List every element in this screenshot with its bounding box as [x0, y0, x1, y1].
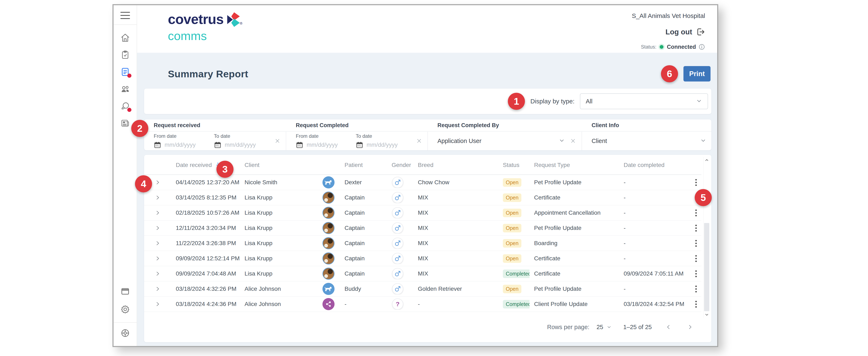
expand-row-button[interactable] — [153, 254, 162, 263]
completed-by-select[interactable]: Application User — [437, 137, 577, 144]
sidebar-item-messages[interactable] — [120, 101, 130, 111]
expand-row-button[interactable] — [153, 193, 162, 202]
sidebar-item-reports-active[interactable] — [120, 67, 130, 77]
brand-name: covetrus — [168, 12, 223, 26]
sidebar-item-home[interactable] — [120, 33, 130, 43]
request-type-cell: Certificate — [529, 194, 619, 201]
previous-page-button[interactable] — [663, 322, 674, 332]
clear-completed-by-button[interactable] — [569, 137, 577, 144]
table-scrollbar[interactable] — [704, 157, 710, 318]
registered-mark: ® — [240, 22, 243, 26]
male-symbol-icon — [394, 194, 401, 201]
to-date-input[interactable]: mm/dd/yyyy — [356, 141, 416, 149]
sidebar-item-clients[interactable] — [120, 84, 130, 94]
scroll-down-arrow-icon[interactable] — [704, 312, 710, 318]
male-symbol-icon — [394, 225, 401, 232]
display-by-type-label: Display by type: — [530, 98, 575, 105]
breed-cell: MIX — [415, 240, 498, 246]
main-area: covetrus ® comms S_All Animals Vet Hospi… — [137, 5, 717, 346]
connection-status: Status: Connected — [632, 43, 705, 50]
gender-icon: ? — [392, 177, 403, 188]
sidebar-bottom — [113, 286, 137, 346]
sidebar-item-globe[interactable] — [120, 328, 130, 338]
status-badge: Completed — [503, 269, 529, 278]
client-cell: Nicole Smith — [240, 179, 321, 186]
row-menu-button[interactable] — [692, 207, 700, 218]
sidebar-item-window[interactable] — [120, 286, 130, 296]
logout-label: Log out — [665, 28, 692, 36]
sidebar — [114, 5, 137, 346]
gender-icon: ? — [392, 192, 403, 203]
sidebar-item-settings[interactable] — [120, 304, 130, 314]
topbar: covetrus ® comms S_All Animals Vet Hospi… — [137, 5, 717, 53]
date-completed-cell: 03/18/2024 4:32:54 PM — [619, 301, 685, 307]
expand-row-button[interactable] — [153, 224, 162, 233]
client-cell: Lisa Krupp — [240, 255, 321, 262]
gender-icon: ? — [392, 283, 403, 295]
display-by-type-select[interactable]: All — [580, 93, 708, 109]
row-menu-button[interactable] — [692, 238, 700, 249]
clear-dates-button[interactable] — [415, 137, 423, 144]
row-menu-button[interactable] — [692, 177, 700, 188]
expand-row-button[interactable] — [153, 239, 162, 248]
logout-button[interactable]: Log out — [632, 27, 705, 36]
status-value: Connected — [667, 44, 696, 50]
row-menu-button[interactable] — [692, 222, 700, 233]
print-button[interactable]: Print — [683, 66, 711, 82]
annotation-badge-3: 3 — [216, 161, 234, 178]
clear-dates-button[interactable] — [274, 137, 281, 144]
row-menu-button[interactable] — [692, 284, 700, 294]
to-date-label: To date — [214, 133, 274, 139]
client-header[interactable]: Client — [240, 162, 321, 169]
table-body: 04/14/2025 12:37:20 AM Nicole Smith Dext… — [144, 175, 701, 312]
chevron-down-icon — [607, 325, 612, 329]
sidebar-item-tasks[interactable] — [120, 50, 130, 60]
from-date-label: From date — [154, 133, 214, 139]
from-date-input[interactable]: mm/dd/yyyy — [296, 141, 356, 149]
date-placeholder: mm/dd/yyyy — [307, 142, 338, 148]
info-icon[interactable] — [699, 43, 705, 50]
client-info-value: Client — [592, 138, 695, 144]
gender-header[interactable]: Gender — [390, 162, 415, 169]
request-type-header[interactable]: Request Type — [529, 162, 619, 169]
patient-avatar — [322, 207, 335, 219]
breed-header[interactable]: Breed — [415, 162, 498, 169]
row-menu-button[interactable] — [692, 268, 700, 279]
expand-row-button[interactable] — [153, 269, 162, 278]
row-menu-button[interactable] — [692, 299, 700, 309]
clipboard-check-icon — [120, 50, 130, 60]
status-header[interactable]: Status — [498, 162, 529, 169]
annotation-badge-4: 4 — [135, 175, 152, 192]
client-cell: Lisa Krupp — [240, 270, 321, 277]
date-completed-header[interactable]: Date completed — [619, 162, 685, 169]
status-badge: Open — [503, 239, 521, 248]
patient-header[interactable]: Patient — [340, 162, 390, 169]
to-date-input[interactable]: mm/dd/yyyy — [214, 141, 274, 149]
expand-row-button[interactable] — [153, 178, 162, 187]
request-type-cell: Pet Profile Update — [529, 225, 619, 231]
calendar-icon — [356, 141, 363, 149]
request-type-cell: Boarding — [529, 240, 619, 246]
date-placeholder: mm/dd/yyyy — [367, 142, 398, 148]
date-placeholder: mm/dd/yyyy — [225, 142, 256, 148]
request-type-cell: Client Profile Update — [529, 301, 619, 307]
expand-row-button[interactable] — [153, 299, 162, 309]
dog-silhouette-icon — [324, 286, 333, 292]
rows-per-page-select[interactable]: 25 — [596, 324, 612, 331]
client-cell: Alice Johnson — [240, 301, 321, 307]
expand-row-button[interactable] — [153, 284, 162, 294]
filter-request-received: Request received From date mm/dd/yyyy To… — [144, 119, 286, 150]
filter-request-completed: Request Completed From date mm/dd/yyyy T… — [286, 119, 428, 150]
scroll-up-arrow-icon[interactable] — [704, 157, 710, 163]
annotation-badge-6: 6 — [661, 65, 678, 82]
client-info-select[interactable]: Client — [592, 137, 706, 144]
scrollbar-thumb[interactable] — [704, 223, 709, 311]
expand-row-button[interactable] — [153, 208, 162, 217]
row-menu-button[interactable] — [692, 253, 700, 264]
from-date-input[interactable]: mm/dd/yyyy — [154, 141, 214, 149]
menu-hamburger-icon[interactable] — [120, 12, 130, 19]
next-page-button[interactable] — [685, 322, 695, 332]
breed-cell: - — [415, 301, 498, 307]
topbar-right: S_All Animals Vet Hospital Log out Statu… — [632, 12, 705, 53]
sidebar-item-news[interactable] — [120, 118, 130, 128]
